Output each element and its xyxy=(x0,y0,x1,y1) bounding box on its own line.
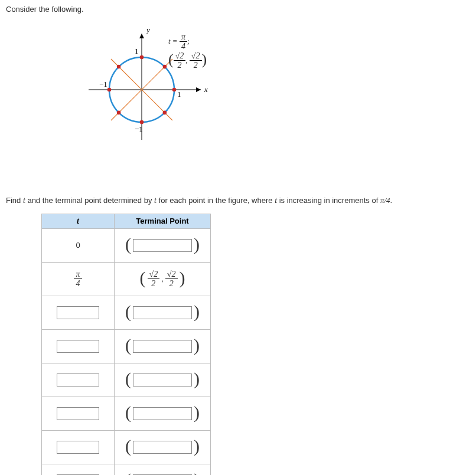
t-input-3[interactable] xyxy=(57,340,99,353)
y-axis-label: y xyxy=(145,25,150,34)
question-text: Find t and the terminal point determined… xyxy=(6,196,470,205)
unit-circle-figure: y x 1 1 −1 −1 t = π4; (√22, √22) xyxy=(77,22,470,185)
svg-point-8 xyxy=(107,88,112,92)
t-input-2[interactable] xyxy=(57,306,99,319)
table-row: π4 ( √22 , √22 ) xyxy=(42,262,211,296)
table-row: () xyxy=(42,430,211,464)
t-input-4[interactable] xyxy=(57,374,99,386)
col-terminal-header: Terminal Point xyxy=(115,214,211,228)
svg-point-10 xyxy=(140,120,144,125)
svg-marker-3 xyxy=(139,34,144,38)
col-t-header: t xyxy=(77,217,79,225)
table-row: () xyxy=(42,397,211,430)
terminal-point-input-4[interactable] xyxy=(133,374,192,386)
svg-point-13 xyxy=(117,111,121,115)
table-row: 0 ( ) xyxy=(42,228,211,262)
tick-1-x: 1 xyxy=(177,90,181,99)
terminal-point-input-6[interactable] xyxy=(133,441,192,454)
svg-point-11 xyxy=(163,65,167,69)
t-cell-0: 0 xyxy=(42,228,115,262)
svg-point-9 xyxy=(140,55,144,60)
terminal-point-input-3[interactable] xyxy=(133,340,192,353)
tick-neg1-x: −1 xyxy=(99,80,107,89)
tick-neg1-y: −1 xyxy=(135,125,143,133)
terminal-point-input-2[interactable] xyxy=(133,306,192,319)
tick-1-y: 1 xyxy=(135,47,139,55)
svg-marker-1 xyxy=(196,87,201,92)
answer-table: t Terminal Point 0 ( ) π4 ( √22 , √22 ) … xyxy=(41,214,211,475)
intro-text: Consider the following. xyxy=(6,5,470,14)
svg-point-12 xyxy=(117,65,121,69)
table-row: () xyxy=(42,464,211,475)
terminal-point-cell-1: ( √22 , √22 ) xyxy=(115,262,211,296)
terminal-point-input-0[interactable] xyxy=(133,239,192,252)
table-header-row: t Terminal Point xyxy=(42,214,211,228)
t-cell-1: π4 xyxy=(42,262,115,296)
t-input-6[interactable] xyxy=(57,441,99,454)
terminal-point-input-5[interactable] xyxy=(133,407,192,420)
svg-point-7 xyxy=(172,88,177,92)
t-input-5[interactable] xyxy=(57,407,99,420)
svg-point-14 xyxy=(163,111,167,115)
table-row: () xyxy=(42,363,211,397)
table-row: () xyxy=(42,296,211,329)
figure-annotation: t = π4; (√22, √22) xyxy=(168,32,216,70)
x-axis-label: x xyxy=(204,85,208,94)
table-row: () xyxy=(42,329,211,363)
